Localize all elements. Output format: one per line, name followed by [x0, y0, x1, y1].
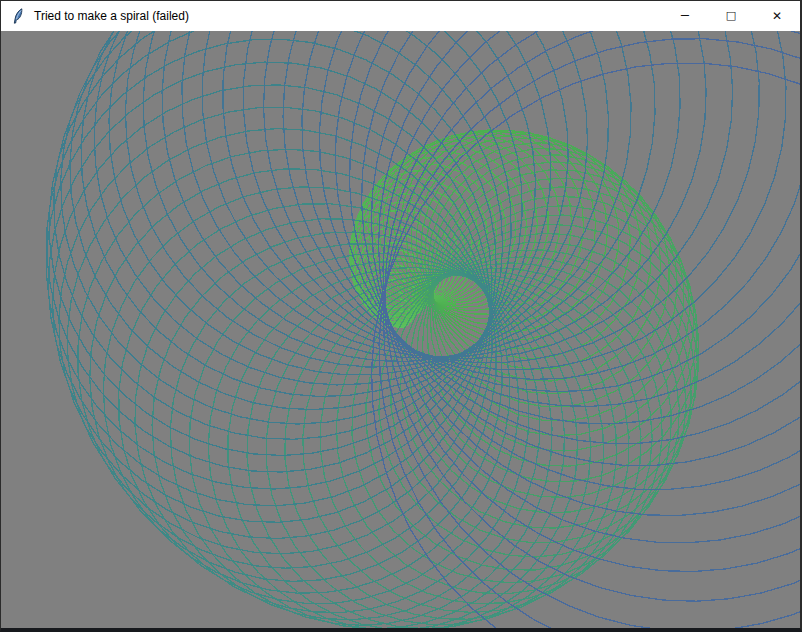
minimize-button[interactable]: ─: [662, 1, 708, 31]
python-tk-feather-icon: [10, 8, 26, 24]
spiral-drawing: [1, 31, 800, 628]
titlebar[interactable]: Tried to make a spiral (failed) ─ □ ✕: [1, 1, 800, 31]
app-window: Tried to make a spiral (failed) ─ □ ✕: [0, 0, 802, 632]
close-button[interactable]: ✕: [754, 1, 800, 31]
turtle-canvas: [1, 31, 800, 628]
maximize-button[interactable]: □: [708, 1, 754, 31]
window-title: Tried to make a spiral (failed): [34, 9, 189, 23]
window-controls: ─ □ ✕: [662, 1, 800, 31]
